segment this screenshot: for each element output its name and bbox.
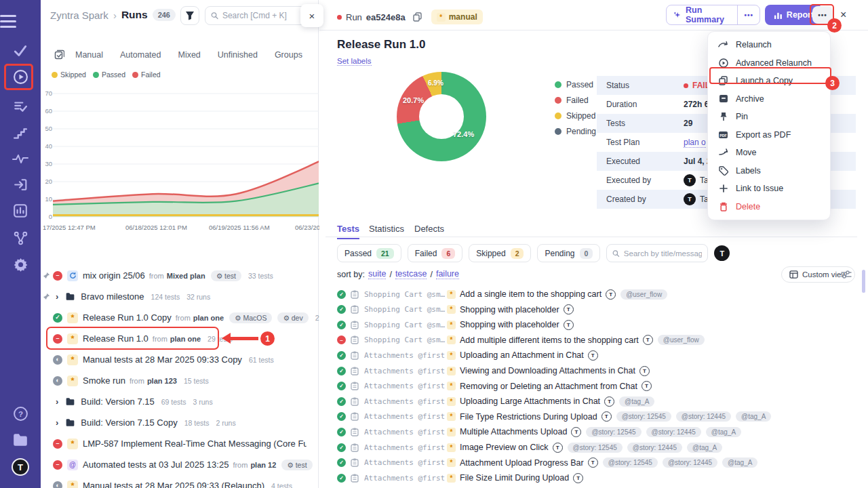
set-labels-link[interactable]: Set labels: [337, 57, 372, 66]
expand-chevron[interactable]: ›: [56, 418, 58, 428]
test-row[interactable]: ✓Shopping Cart @sm…*Shopping with placeh…: [326, 317, 861, 332]
test-title[interactable]: Uploading an Attachment in Chat: [460, 350, 584, 360]
scrollbar-thumb[interactable]: [862, 270, 865, 293]
test-title[interactable]: Multiple Attachments Upload: [460, 427, 567, 436]
run-name[interactable]: Smoke run: [83, 375, 125, 386]
run-plan-link[interactable]: Mixed plan: [167, 272, 205, 280]
select-all-icon[interactable]: [54, 49, 64, 60]
run-name[interactable]: Manual tests at 28 Mar 2025 09:33 Copy: [83, 354, 242, 365]
view-settings-sliders-icon[interactable]: [841, 270, 852, 279]
test-row[interactable]: –Shopping Cart @sm…*Add multiple differe…: [326, 333, 861, 348]
run-group-build-715[interactable]: › Build: Version 7.15 69 tests 3 runs: [41, 391, 319, 412]
test-row[interactable]: ✓Attachments @first*Attachment Upload Pr…: [326, 455, 861, 470]
results-list-icon[interactable]: [0, 99, 41, 114]
chip-passed[interactable]: Passed21: [337, 244, 401, 262]
test-row[interactable]: ✓Attachments @first*Image Preview on Cli…: [326, 440, 861, 455]
hamburger-menu-icon[interactable]: [0, 13, 41, 29]
chip-skipped[interactable]: Skipped2: [469, 244, 531, 262]
test-title[interactable]: Uploading Large Attachments in Chat: [460, 396, 600, 406]
test-title[interactable]: Add a single item to the shopping cart: [460, 289, 601, 299]
breadcrumb-project[interactable]: Zyntra Spark: [50, 9, 108, 21]
menu-export-pdf[interactable]: PDF Export as PDF: [708, 126, 830, 144]
run-name[interactable]: Release Run 1.0 Copy: [83, 312, 172, 323]
run-summary-more-button[interactable]: •••: [737, 5, 760, 24]
help-icon[interactable]: ?: [0, 406, 41, 422]
run-plan-link[interactable]: plan 12: [250, 461, 276, 469]
tab-statistics[interactable]: Statistics: [369, 224, 404, 234]
tab-tests[interactable]: Tests: [337, 224, 359, 239]
test-title[interactable]: Shopping with placeholder: [460, 305, 559, 314]
menu-relaunch[interactable]: Relaunch: [708, 36, 830, 54]
test-row[interactable]: ✓Attachments @first*File Size Limit Duri…: [326, 470, 861, 485]
test-row[interactable]: ✓Attachments @first*Uploading an Attachm…: [326, 348, 861, 363]
test-row[interactable]: ✓Attachments @first*Viewing and Download…: [326, 363, 861, 378]
menu-archive[interactable]: Archive: [708, 90, 830, 108]
run-name[interactable]: Automated tests at 03 Jul 2025 13:25: [83, 460, 229, 470]
run-row-lmp587[interactable]: – * LMP-587 Implement Real-Time Chat Mes…: [41, 433, 319, 454]
test-title[interactable]: File Type Restrictions During Upload: [460, 412, 597, 422]
chip-pending[interactable]: Pending0: [537, 244, 600, 262]
tests-search-input[interactable]: [624, 249, 703, 258]
test-title[interactable]: Image Preview on Click: [460, 443, 549, 452]
group-name[interactable]: Bravo milestone: [81, 291, 144, 302]
tab-groups[interactable]: Groups: [275, 50, 302, 60]
test-row[interactable]: ✓Attachments @first*Removing or Deleting…: [326, 379, 861, 394]
settings-gear-icon[interactable]: [0, 257, 41, 272]
test-title[interactable]: File Size Limit During Upload: [460, 473, 569, 483]
activity-pulse-icon[interactable]: [0, 152, 41, 165]
test-row[interactable]: ✓Shopping Cart @sm…*Add a single item to…: [326, 287, 861, 302]
tab-defects[interactable]: Defects: [414, 224, 444, 234]
run-name[interactable]: mix origin 25/06: [83, 270, 145, 281]
test-plan-link[interactable]: plan o: [684, 138, 706, 148]
test-title[interactable]: Shopping with placeholder: [460, 320, 559, 329]
testcases-check-icon[interactable]: [0, 43, 41, 58]
menu-move[interactable]: Move: [708, 144, 830, 162]
tab-mixed[interactable]: Mixed: [178, 50, 200, 60]
menu-link-to-issue[interactable]: Link to Issue: [708, 180, 830, 198]
expand-chevron[interactable]: ›: [56, 396, 58, 407]
reports-chart-icon[interactable]: [0, 203, 41, 218]
milestones-steps-icon[interactable]: [0, 126, 41, 141]
run-row-release-copy[interactable]: ✓ * Release Run 1.0 Copy from plan one ⚙…: [41, 307, 319, 328]
run-row-smoke[interactable]: ◐ * Smoke run from plan 123 15 tests: [41, 370, 319, 391]
run-row-mix-origin[interactable]: – mix origin 25/06 from Mixed plan ⚙ tes…: [41, 265, 319, 286]
run-row-manual-relaunch[interactable]: ◐ * Manual tests at 28 Mar 2025 09:33 (R…: [41, 475, 319, 488]
test-title[interactable]: Viewing and Downloading Attachments in C…: [460, 366, 635, 375]
run-row-manual-copy[interactable]: ◐ * Manual tests at 28 Mar 2025 09:33 Co…: [41, 349, 319, 370]
close-run-button[interactable]: ×: [840, 9, 846, 21]
assignee-avatar-filter[interactable]: T: [714, 245, 730, 261]
run-name[interactable]: LMP-587 Implement Real-Time Chat Messagi…: [83, 439, 307, 449]
close-panel-button[interactable]: ×: [300, 4, 323, 27]
filter-button[interactable]: [180, 6, 199, 25]
run-group-bravo[interactable]: › Bravo milestone 124 tests 32 runs: [41, 286, 319, 307]
run-group-build-715-copy[interactable]: › Build: Version 7.15 Copy 18 tests 2 ru…: [41, 412, 319, 433]
chip-failed[interactable]: Failed6: [408, 244, 463, 262]
test-title[interactable]: Attachment Upload Progress Bar: [460, 458, 584, 468]
test-row[interactable]: ✓Shopping Cart @sm…*Shopping with placeh…: [326, 302, 861, 317]
user-avatar[interactable]: T: [0, 458, 41, 476]
traceability-branch-icon[interactable]: [0, 230, 41, 246]
import-icon[interactable]: [0, 177, 41, 192]
test-row[interactable]: ✓Attachments @first*Multiple Attachments…: [326, 424, 861, 439]
test-row[interactable]: ✓Attachments @first*File Type Restrictio…: [326, 409, 861, 424]
copy-run-id-icon[interactable]: [413, 12, 422, 22]
test-row[interactable]: ✓Attachments @first*Uploading Large Atta…: [326, 394, 861, 409]
menu-delete[interactable]: Delete: [708, 198, 830, 216]
run-summary-button[interactable]: Run Summary •••: [666, 5, 760, 25]
expand-chevron[interactable]: ›: [56, 291, 58, 302]
run-name[interactable]: Manual tests at 28 Mar 2025 09:33 (Relau…: [83, 481, 264, 488]
projects-folder-icon[interactable]: [0, 432, 41, 447]
run-plan-link[interactable]: plan 123: [147, 377, 177, 385]
menu-labels[interactable]: Labels: [708, 162, 830, 180]
run-row-automated[interactable]: – @ Automated tests at 03 Jul 2025 13:25…: [41, 454, 319, 475]
tab-manual[interactable]: Manual: [75, 50, 103, 60]
group-name[interactable]: Build: Version 7.15: [81, 396, 154, 407]
tab-automated[interactable]: Automated: [120, 50, 161, 60]
sort-suite-link[interactable]: suite: [368, 269, 386, 279]
group-name[interactable]: Build: Version 7.15 Copy: [81, 418, 177, 428]
sort-testcase-link[interactable]: testcase: [395, 269, 427, 279]
tests-search[interactable]: [606, 244, 708, 262]
run-plan-link[interactable]: plan one: [193, 314, 224, 322]
sort-failure-link[interactable]: failure: [436, 269, 459, 279]
tab-unfinished[interactable]: Unfinished: [218, 50, 258, 60]
